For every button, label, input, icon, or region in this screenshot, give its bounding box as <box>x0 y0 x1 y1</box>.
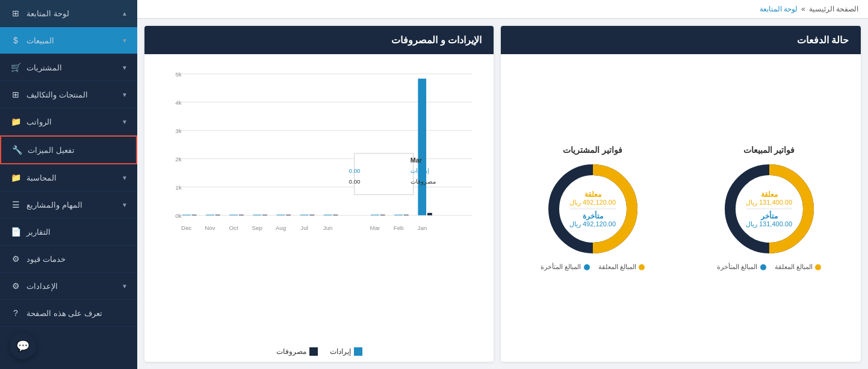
expense-legend-label: مصروفات <box>276 347 306 356</box>
svg-text:Sep: Sep <box>252 225 263 231</box>
svg-text:5k: 5k <box>175 71 181 78</box>
svg-text:Jun: Jun <box>323 225 333 231</box>
payment-card-header: حالة الدفعات <box>501 26 861 54</box>
sidebar-item-settings[interactable]: ▼ الإعدادات ⚙ <box>0 273 137 300</box>
sales-legend-pending: المبالغ المعلقة <box>775 263 821 271</box>
sales-donut-section: فواتير المبيعات معلقة 131,400.00 ريال <box>687 145 851 271</box>
breadcrumb-current[interactable]: لوحة المتابعة <box>760 5 798 13</box>
sidebar-item-reports[interactable]: التقارير 📄 <box>0 219 137 246</box>
chevron-down-icon: ▼ <box>122 91 128 98</box>
sidebar-item-salaries[interactable]: ▼ الرواتب 📁 <box>0 108 137 135</box>
sidebar: ▲ لوحة المتابعة ⊞ ▼ المبيعات $ ▼ المشتري… <box>0 0 137 369</box>
blue-dot <box>760 264 766 270</box>
svg-text:Aug: Aug <box>276 225 286 231</box>
svg-rect-30 <box>277 215 285 216</box>
purchases-icon: 🛒 <box>10 61 22 73</box>
sidebar-item-products[interactable]: ▼ المنتجات والتكاليف ⊞ <box>0 81 137 108</box>
reports-icon: 📄 <box>10 226 22 238</box>
svg-text:4k: 4k <box>175 99 181 106</box>
chevron-down-icon: ▼ <box>122 202 128 208</box>
sales-donut-center: معلقة 131,400.00 ريال متأخر 131,400.00 ر… <box>746 190 792 228</box>
expense-legend-box <box>309 347 318 356</box>
sidebar-item-label: لوحة المتابعة <box>26 9 69 18</box>
svg-text:Nov: Nov <box>205 225 215 231</box>
accounting-icon: 📁 <box>10 172 22 184</box>
breadcrumb-separator: » <box>801 5 805 13</box>
revenue-chart-svg: 5k 4k 3k 2k 1k 0k Dec Nov Oct Sep Aug Ju… <box>154 60 484 241</box>
sidebar-item-features[interactable]: تفعيل الميزات 🔧 <box>0 135 137 164</box>
svg-text:Feb: Feb <box>394 225 404 231</box>
chart-legend: إيرادات مصروفات <box>276 344 362 356</box>
sidebar-item-tasks[interactable]: ▼ المهام والمشاريع ☰ <box>0 191 137 219</box>
purchases-legend-late-label: المبالغ المتأخرة <box>541 263 581 271</box>
chevron-down-icon: ▼ <box>122 37 128 44</box>
products-icon: ⊞ <box>10 88 22 101</box>
svg-rect-29 <box>262 215 267 216</box>
salaries-icon: 📁 <box>10 116 22 128</box>
svg-text:0k: 0k <box>175 212 181 219</box>
svg-rect-37 <box>380 215 385 216</box>
sales-pending-amount: 131,400.00 ريال <box>746 199 792 206</box>
sidebar-item-label: الرواتب <box>26 117 52 126</box>
orange-dot <box>815 264 821 270</box>
revenue-card: الإيرادات و المصروفات 5k 4k <box>144 26 494 362</box>
sidebar-item-entries[interactable]: خدمات قيود ⚙ <box>0 246 137 273</box>
purchases-pending-amount: 492,120.00 ريال <box>569 199 616 206</box>
help-icon: ? <box>10 307 22 319</box>
legend-item-revenue: إيرادات <box>330 347 362 356</box>
revenue-card-header: الإيرادات و المصروفات <box>144 26 494 54</box>
purchases-donut-center: معلقة 492,120.00 ريال متأخرة 492,120.00 … <box>569 190 616 228</box>
chat-icon: 💬 <box>16 340 29 353</box>
svg-rect-35 <box>333 215 338 216</box>
svg-rect-39 <box>404 215 409 216</box>
sidebar-item-label: المشتريات <box>26 63 62 72</box>
dashboard-icon: ⊞ <box>10 7 22 19</box>
sidebar-item-accounting[interactable]: ▼ المحاسبة 📁 <box>0 164 137 191</box>
sidebar-item-label: المحاسبة <box>26 173 57 182</box>
breadcrumb: الصفحة الرئيسية » لوحة المتابعة <box>137 0 868 19</box>
sales-donut-legend: المبالغ المعلقة المبالغ المتأخرة <box>717 263 820 271</box>
sales-legend-pending-label: المبالغ المعلقة <box>775 263 813 271</box>
svg-text:3k: 3k <box>175 128 181 134</box>
sidebar-item-sales[interactable]: ▼ المبيعات $ <box>0 27 137 54</box>
settings-icon: ⚙ <box>10 280 22 292</box>
revenue-legend-label: إيرادات <box>330 347 351 356</box>
svg-rect-28 <box>253 215 261 216</box>
svg-text:Oct: Oct <box>229 225 238 231</box>
svg-rect-25 <box>215 215 220 216</box>
svg-text:Mar: Mar <box>411 157 423 164</box>
sidebar-item-dashboard[interactable]: ▲ لوحة المتابعة ⊞ <box>0 0 137 27</box>
main-content: الصفحة الرئيسية » لوحة المتابعة الإيرادا… <box>137 0 868 369</box>
svg-rect-27 <box>239 215 244 216</box>
sidebar-item-label: المبيعات <box>26 36 54 45</box>
svg-text:Mar: Mar <box>370 225 381 231</box>
chevron-down-icon: ▼ <box>122 175 128 181</box>
revenue-card-body: 5k 4k 3k 2k 1k 0k Dec Nov Oct Sep Aug Ju… <box>144 54 494 362</box>
purchases-legend-pending-label: المبالغ المعلقة <box>598 263 636 271</box>
sidebar-item-help[interactable]: تعرف على هذه الصفحة ? <box>0 300 137 327</box>
breadcrumb-home: الصفحة الرئيسية <box>809 5 858 13</box>
svg-rect-22 <box>182 215 191 216</box>
svg-text:Jul: Jul <box>300 225 308 231</box>
chat-bubble[interactable]: 💬 <box>10 333 36 359</box>
purchases-donut-legend: المبالغ المعلقة المبالغ المتأخرة <box>541 263 644 271</box>
sidebar-item-purchases[interactable]: ▼ المشتريات 🛒 <box>0 54 137 81</box>
sales-donut-title: فواتير المبيعات <box>743 145 795 155</box>
payment-card-body: فواتير المبيعات معلقة 131,400.00 ريال <box>501 54 861 362</box>
sales-legend-late-label: المبالغ المتأخرة <box>717 263 757 271</box>
purchases-late-amount: 492,120.00 ريال <box>569 220 616 228</box>
svg-rect-31 <box>286 215 291 216</box>
purchases-legend-late: المبالغ المتأخرة <box>541 263 589 271</box>
svg-text:Jan: Jan <box>417 225 427 231</box>
orange-dot2 <box>639 264 645 270</box>
purchases-pending-label: معلقة <box>569 190 616 199</box>
chevron-down-icon: ▼ <box>122 119 128 125</box>
svg-text:1k: 1k <box>175 184 181 191</box>
svg-text:2k: 2k <box>175 156 181 163</box>
purchases-donut-section: فواتير المشتريات معلقة 492,120.00 ريال م… <box>510 145 675 271</box>
sales-late-label: متأخر <box>746 212 792 220</box>
svg-rect-34 <box>324 215 332 216</box>
svg-rect-40 <box>355 153 414 195</box>
sales-legend-late: المبالغ المتأخرة <box>717 263 766 271</box>
sidebar-item-label: المنتجات والتكاليف <box>26 90 88 99</box>
